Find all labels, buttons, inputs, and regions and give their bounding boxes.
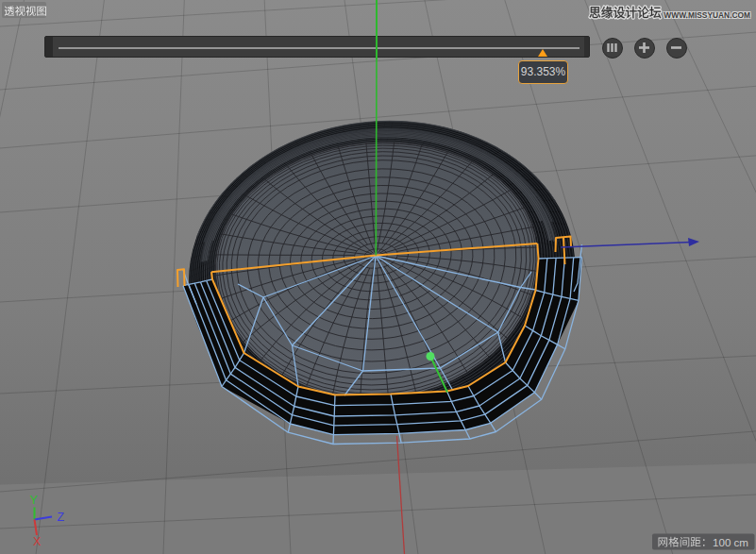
svg-text:Y: Y (30, 494, 39, 507)
svg-text:100 cm: 100 cm (713, 536, 748, 548)
svg-text:X: X (33, 535, 42, 548)
svg-text:Z: Z (58, 511, 65, 524)
